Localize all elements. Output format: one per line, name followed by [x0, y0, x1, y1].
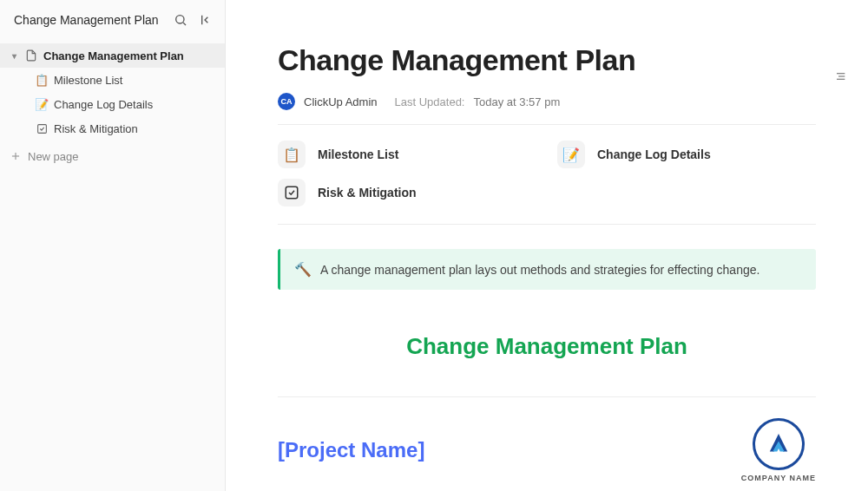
plus-icon [9, 149, 23, 163]
main-content: Change Management Plan CA ClickUp Admin … [226, 0, 868, 491]
author-name[interactable]: ClickUp Admin [304, 95, 378, 108]
tree-item-root[interactable]: ▾ Change Management Plan [0, 43, 225, 68]
memo-icon: 📝 [557, 141, 585, 168]
link-change-log-details[interactable]: 📝 Change Log Details [557, 141, 816, 168]
hammer-icon: 🔨 [294, 261, 312, 278]
svg-rect-3 [37, 124, 46, 133]
link-milestone-list[interactable]: 📋 Milestone List [278, 141, 536, 168]
link-label: Change Log Details [597, 147, 711, 161]
new-page-button[interactable]: New page [0, 144, 225, 168]
toc-toggle-icon[interactable] [832, 68, 849, 85]
logo-mark [753, 418, 805, 470]
svg-line-1 [183, 23, 186, 25]
tree-item-risk[interactable]: Risk & Mitigation [0, 116, 225, 141]
checkbox-icon [35, 121, 49, 135]
tree-item-milestone[interactable]: 📋 Milestone List [0, 68, 225, 92]
link-risk-mitigation[interactable]: Risk & Mitigation [278, 179, 536, 206]
link-label: Risk & Mitigation [318, 186, 417, 200]
svg-rect-9 [286, 187, 298, 199]
page-title: Change Management Plan [278, 43, 816, 77]
tree-item-label: Change Management Plan [43, 49, 184, 62]
new-page-label: New page [28, 150, 79, 163]
company-logo: COMPANY NAME [741, 418, 816, 482]
memo-icon: 📝 [35, 97, 49, 111]
callout-text: A change management plan lays out method… [320, 263, 760, 277]
tree-item-label: Risk & Mitigation [54, 122, 138, 135]
main-inner: Change Management Plan CA ClickUp Admin … [278, 43, 816, 491]
svg-point-0 [176, 16, 184, 23]
clipboard-icon: 📋 [278, 141, 306, 168]
tree-item-changelog[interactable]: 📝 Change Log Details [0, 92, 225, 116]
document-heading: Change Management Plan [278, 333, 816, 360]
updated-label: Last Updated: [395, 95, 465, 108]
sidebar-title: Change Management Plan [14, 13, 159, 27]
document-icon [24, 49, 38, 62]
link-label: Milestone List [318, 147, 398, 161]
clipboard-icon: 📋 [35, 73, 49, 87]
checkbox-icon [278, 179, 306, 206]
project-name-placeholder[interactable]: [Project Name] [278, 438, 424, 462]
chevron-down-icon: ▾ [9, 51, 19, 61]
sidebar: Change Management Plan ▾ Change Manageme… [0, 0, 226, 491]
avatar[interactable]: CA [278, 93, 295, 110]
page-meta: CA ClickUp Admin Last Updated: Today at … [278, 93, 816, 125]
sidebar-header-icons [173, 12, 214, 28]
company-name-label: COMPANY NAME [741, 474, 816, 482]
sidebar-tree: ▾ Change Management Plan 📋 Milestone Lis… [0, 40, 225, 172]
tree-item-label: Change Log Details [54, 98, 153, 111]
updated-value: Today at 3:57 pm [473, 95, 560, 108]
project-row: [Project Name] COMPANY NAME [278, 397, 816, 491]
subpage-links: 📋 Milestone List 📝 Change Log Details Ri… [278, 125, 816, 225]
sidebar-header: Change Management Plan [0, 0, 225, 40]
collapse-sidebar-icon[interactable] [199, 12, 214, 28]
callout-box: 🔨 A change management plan lays out meth… [278, 249, 816, 290]
tree-item-label: Milestone List [54, 74, 122, 87]
search-icon[interactable] [173, 12, 188, 28]
